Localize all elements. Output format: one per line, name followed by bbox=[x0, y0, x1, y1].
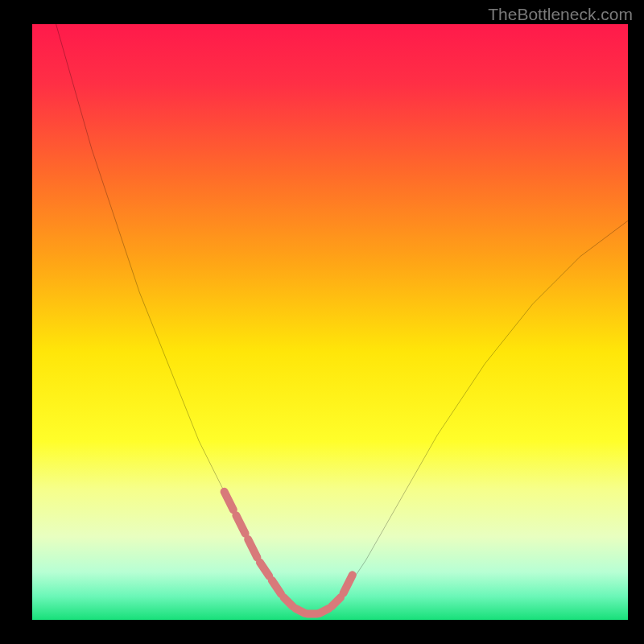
curve-layer bbox=[32, 24, 628, 620]
bottleneck-curve-path bbox=[56, 24, 628, 614]
valley-highlight-segment bbox=[248, 539, 257, 557]
chart-frame: TheBottleneck.com bbox=[0, 0, 644, 644]
valley-highlight-segment bbox=[225, 492, 233, 510]
valley-highlight-segment bbox=[260, 563, 269, 576]
valley-highlight-segment bbox=[272, 580, 281, 594]
watermark-text: TheBottleneck.com bbox=[488, 5, 633, 24]
plot-area bbox=[32, 24, 628, 620]
valley-highlight-segment bbox=[284, 597, 293, 606]
valley-highlight-segment bbox=[236, 515, 245, 533]
valley-highlight-segment bbox=[295, 609, 304, 613]
valley-highlight-segment bbox=[332, 597, 341, 606]
valley-highlight-segment bbox=[344, 575, 353, 592]
valley-highlight-segment bbox=[320, 609, 328, 613]
